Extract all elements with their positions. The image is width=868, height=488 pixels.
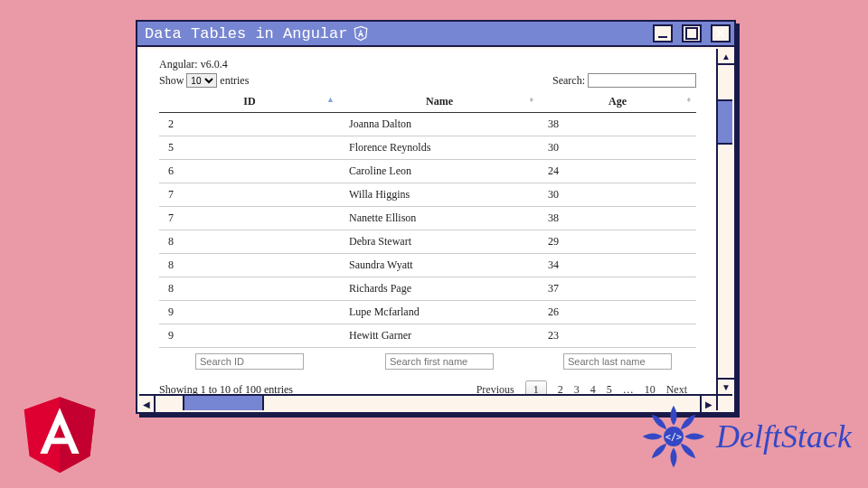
pager-page-5[interactable]: 5 (607, 383, 612, 394)
search-label: Search: (552, 74, 585, 88)
scroll-left-icon[interactable]: ◀ (139, 396, 156, 412)
cell-name: Richards Page (340, 277, 539, 301)
table-row: 9Lupe Mcfarland26 (159, 301, 696, 324)
table-row: 7Nanette Ellison38 (159, 207, 696, 230)
cell-id: 8 (159, 230, 340, 254)
scroll-down-icon[interactable]: ▼ (718, 378, 734, 394)
cell-id: 7 (159, 183, 340, 207)
cell-name: Nanette Ellison (340, 207, 539, 230)
cell-name: Florence Reynolds (340, 136, 539, 160)
cell-id: 9 (159, 301, 340, 324)
titlebar: Data Tables in Angular ✕ (137, 22, 734, 47)
cell-age: 24 (539, 160, 696, 183)
cell-age: 23 (539, 324, 696, 348)
delftstack-logo-icon: </> (638, 401, 709, 472)
horizontal-scroll-thumb[interactable] (183, 396, 264, 410)
vertical-scrollbar[interactable]: ▲ ▼ (716, 49, 732, 394)
cell-id: 7 (159, 207, 340, 230)
footer-search-first[interactable] (385, 353, 494, 370)
cell-age: 29 (539, 230, 696, 254)
pager-previous[interactable]: Previous (476, 383, 514, 394)
table-row: 8Saundra Wyatt34 (159, 254, 696, 277)
table-row: 6Caroline Leon24 (159, 160, 696, 183)
window-maximize-button[interactable] (682, 24, 702, 42)
pager-page-1[interactable]: 1 (525, 380, 547, 394)
pager-page-4[interactable]: 4 (590, 383, 596, 394)
show-label-post: entries (220, 74, 249, 88)
pager-next[interactable]: Next (666, 383, 687, 394)
table-row: 9Hewitt Garner23 (159, 324, 696, 348)
scroll-up-icon[interactable]: ▲ (718, 49, 734, 65)
table-row: 2Joanna Dalton38 (159, 113, 696, 136)
cell-id: 9 (159, 324, 340, 348)
cell-name: Hewitt Garner (340, 324, 539, 348)
table-row: 7Willa Higgins30 (159, 183, 696, 207)
cell-id: 5 (159, 136, 340, 160)
delftstack-brand: </> DelftStack (638, 401, 852, 472)
sort-both-icon: ♦ (686, 95, 691, 104)
horizontal-scrollbar[interactable]: ◀ ▶ (139, 394, 716, 410)
cell-name: Joanna Dalton (340, 113, 539, 136)
cell-age: 30 (539, 136, 696, 160)
cell-name: Lupe Mcfarland (340, 301, 539, 324)
col-header-name[interactable]: Name♦ (340, 91, 539, 113)
cell-age: 38 (539, 207, 696, 230)
angular-shield-icon (353, 25, 369, 42)
sort-both-icon: ♦ (529, 95, 533, 104)
angular-logo-icon (18, 389, 101, 475)
entries-select[interactable]: 10 (186, 73, 217, 88)
cell-age: 38 (539, 113, 696, 136)
window-title: Data Tables in Angular (145, 25, 347, 42)
cell-age: 34 (539, 254, 696, 277)
cell-age: 30 (539, 183, 696, 207)
cell-name: Debra Stewart (340, 230, 539, 254)
search-input[interactable] (588, 73, 696, 88)
app-window: Data Tables in Angular ✕ Angular: v6.0.4… (136, 20, 736, 414)
pager-ellipsis: … (623, 383, 634, 394)
pager-page-10[interactable]: 10 (645, 383, 656, 394)
delftstack-text: DelftStack (716, 418, 852, 455)
cell-id: 6 (159, 160, 340, 183)
table-row: 5Florence Reynolds30 (159, 136, 696, 160)
col-header-id[interactable]: ID▲ (159, 91, 340, 113)
pager-page-3[interactable]: 3 (574, 383, 580, 394)
framework-version: Angular: v6.0.4 (159, 58, 696, 71)
pager-page-2[interactable]: 2 (558, 383, 563, 394)
cell-id: 2 (159, 113, 340, 136)
data-table: ID▲ Name♦ Age♦ 2Joanna Dalton385Florence… (159, 91, 696, 373)
window-close-button[interactable]: ✕ (711, 24, 731, 42)
content-area: Angular: v6.0.4 Show 10 entries Search: … (139, 49, 716, 394)
footer-search-last[interactable] (563, 353, 672, 370)
show-label-pre: Show (159, 74, 184, 88)
footer-search-id[interactable] (195, 353, 304, 370)
cell-id: 8 (159, 277, 340, 301)
cell-age: 37 (539, 277, 696, 301)
table-info: Showing 1 to 10 of 100 entries (159, 383, 293, 394)
cell-name: Saundra Wyatt (340, 254, 539, 277)
col-header-age[interactable]: Age♦ (539, 91, 696, 113)
svg-text:</>: </> (665, 432, 682, 442)
pagination: Previous12345…10Next (293, 380, 696, 394)
window-minimize-button[interactable] (653, 24, 673, 42)
table-row: 8Debra Stewart29 (159, 230, 696, 254)
cell-age: 26 (539, 301, 696, 324)
vertical-scroll-thumb[interactable] (718, 99, 732, 145)
cell-name: Willa Higgins (340, 183, 539, 207)
table-row: 8Richards Page37 (159, 277, 696, 301)
cell-name: Caroline Leon (340, 160, 539, 183)
sort-asc-icon: ▲ (326, 95, 335, 104)
cell-id: 8 (159, 254, 340, 277)
